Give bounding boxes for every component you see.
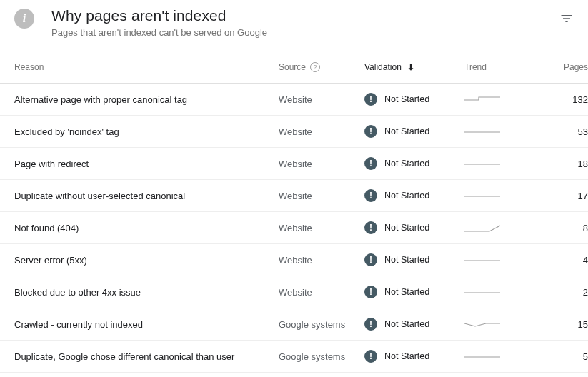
- info-icon: i: [14, 9, 34, 29]
- table-row[interactable]: Server error (5xx)Website!Not Started4: [0, 244, 588, 276]
- trend-cell: [464, 350, 532, 363]
- validation-cell: !Not Started: [364, 157, 464, 170]
- pages-cell: 2: [532, 287, 588, 298]
- table-row[interactable]: Alternative page with proper canonical t…: [0, 84, 588, 116]
- reason-cell: Alternative page with proper canonical t…: [14, 94, 279, 105]
- filter-icon[interactable]: [559, 7, 574, 29]
- pages-cell: 4: [532, 255, 588, 266]
- table-row[interactable]: Crawled - currently not indexedGoogle sy…: [0, 308, 588, 341]
- validation-label: Not Started: [384, 319, 429, 329]
- exclamation-icon: !: [364, 350, 377, 363]
- trend-cell: [464, 286, 532, 298]
- column-reason[interactable]: Reason: [14, 62, 279, 72]
- pages-cell: 132: [532, 94, 588, 105]
- exclamation-icon: !: [364, 93, 377, 106]
- table-row[interactable]: Duplicate, Google chose different canoni…: [0, 341, 588, 373]
- reason-cell: Duplicate without user-selected canonica…: [14, 191, 279, 201]
- sort-descending-icon: [406, 62, 416, 72]
- reason-cell: Not found (404): [14, 223, 279, 233]
- validation-label: Not Started: [384, 223, 429, 233]
- reason-cell: Excluded by 'noindex' tag: [14, 126, 279, 137]
- validation-cell: !Not Started: [364, 221, 464, 234]
- table-row[interactable]: Blocked due to other 4xx issueWebsite!No…: [0, 276, 588, 308]
- validation-label: Not Started: [384, 351, 429, 361]
- validation-label: Not Started: [384, 94, 429, 104]
- exclamation-icon: !: [364, 221, 377, 234]
- validation-cell: !Not Started: [364, 350, 464, 363]
- validation-label: Not Started: [384, 159, 429, 169]
- source-cell: Google systems: [279, 319, 364, 330]
- exclamation-icon: !: [364, 286, 377, 298]
- reason-cell: Blocked due to other 4xx issue: [14, 287, 279, 298]
- exclamation-icon: !: [364, 125, 377, 138]
- source-cell: Website: [279, 126, 364, 137]
- table-row[interactable]: Duplicate without user-selected canonica…: [0, 180, 588, 212]
- reason-cell: Crawled - currently not indexed: [14, 319, 279, 330]
- trend-cell: [464, 125, 532, 138]
- validation-cell: !Not Started: [364, 125, 464, 138]
- column-validation-label: Validation: [364, 62, 402, 72]
- issues-table: Reason Source ? Validation Trend Pages A…: [0, 51, 588, 373]
- column-pages-label: Pages: [564, 62, 588, 72]
- exclamation-icon: !: [364, 157, 377, 170]
- validation-cell: !Not Started: [364, 286, 464, 298]
- pages-cell: 15: [532, 319, 588, 330]
- column-source-label: Source: [279, 62, 306, 72]
- validation-label: Not Started: [384, 191, 429, 201]
- pages-cell: 8: [532, 223, 588, 233]
- column-trend-label: Trend: [464, 62, 487, 72]
- trend-cell: [464, 253, 532, 266]
- validation-label: Not Started: [384, 255, 429, 265]
- exclamation-icon: !: [364, 318, 377, 331]
- reason-cell: Page with redirect: [14, 159, 279, 169]
- trend-cell: [464, 93, 532, 106]
- pages-cell: 5: [532, 351, 588, 362]
- validation-cell: !Not Started: [364, 253, 464, 266]
- source-cell: Website: [279, 191, 364, 201]
- reason-cell: Server error (5xx): [14, 255, 279, 266]
- trend-cell: [464, 157, 532, 170]
- header-text: Why pages aren't indexed Pages that aren…: [51, 7, 559, 38]
- source-cell: Website: [279, 287, 364, 298]
- table-row[interactable]: Not found (404)Website!Not Started8: [0, 212, 588, 244]
- table-row[interactable]: Page with redirectWebsite!Not Started18: [0, 148, 588, 180]
- column-source[interactable]: Source ?: [279, 62, 364, 72]
- page-subtitle: Pages that aren't indexed can't be serve…: [51, 27, 559, 38]
- pages-cell: 17: [532, 191, 588, 201]
- table-header: Reason Source ? Validation Trend Pages: [0, 51, 588, 84]
- source-cell: Website: [279, 94, 364, 105]
- column-validation[interactable]: Validation: [364, 62, 464, 72]
- trend-cell: [464, 318, 532, 331]
- column-reason-label: Reason: [14, 62, 44, 72]
- pages-cell: 53: [532, 126, 588, 137]
- page-header: i Why pages aren't indexed Pages that ar…: [0, 0, 588, 51]
- column-trend[interactable]: Trend: [464, 62, 532, 72]
- trend-cell: [464, 189, 532, 202]
- table-row[interactable]: Excluded by 'noindex' tagWebsite!Not Sta…: [0, 116, 588, 148]
- validation-cell: !Not Started: [364, 189, 464, 202]
- exclamation-icon: !: [364, 189, 377, 202]
- pages-cell: 18: [532, 159, 588, 169]
- trend-cell: [464, 221, 532, 234]
- validation-cell: !Not Started: [364, 318, 464, 331]
- source-cell: Website: [279, 159, 364, 169]
- reason-cell: Duplicate, Google chose different canoni…: [14, 351, 279, 362]
- source-cell: Website: [279, 223, 364, 233]
- exclamation-icon: !: [364, 253, 377, 266]
- source-cell: Google systems: [279, 351, 364, 362]
- validation-cell: !Not Started: [364, 93, 464, 106]
- help-icon[interactable]: ?: [310, 62, 320, 72]
- column-pages[interactable]: Pages: [532, 62, 588, 72]
- validation-label: Not Started: [384, 126, 429, 136]
- source-cell: Website: [279, 255, 364, 266]
- page-title: Why pages aren't indexed: [51, 7, 559, 24]
- validation-label: Not Started: [384, 287, 429, 297]
